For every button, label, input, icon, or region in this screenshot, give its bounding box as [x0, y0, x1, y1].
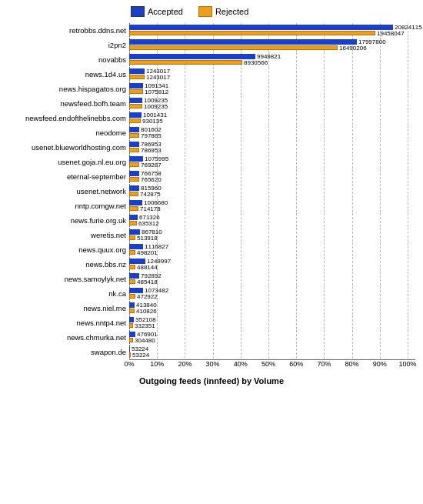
bar-area: 1799780016490206	[129, 38, 415, 52]
bar-rejected	[129, 206, 138, 211]
table-row: neodome801602797865	[8, 125, 415, 139]
bars-wrapper: 786953786953	[129, 140, 162, 154]
bars-wrapper: 801602797865	[129, 125, 162, 139]
bar-area: 1006680714178	[129, 199, 415, 212]
table-row: novabbs99498218930566	[8, 52, 415, 66]
table-row: news.nntp4.net352108332351	[8, 315, 415, 329]
rejected-value: 930135	[142, 118, 163, 125]
bar-rejected	[129, 75, 145, 79]
x-axis-tick: 70%	[317, 360, 331, 368]
bar-accepted	[129, 68, 145, 74]
x-axis-tick: 100%	[398, 360, 416, 368]
bar-accepted	[129, 288, 143, 293]
bar-accepted	[129, 273, 139, 279]
bar-area: 766758765620	[129, 169, 415, 183]
table-row: news.quux.org1116827498201	[8, 242, 415, 256]
row-label: news.furie.org.uk	[8, 216, 129, 225]
legend-rejected-label: Rejected	[215, 7, 248, 16]
bars-wrapper: 1249997488144	[129, 257, 171, 271]
table-row: swapon.de5322453224	[8, 345, 415, 359]
bar-rejected	[129, 148, 139, 152]
rejected-value: 19458047	[377, 30, 405, 37]
bar-accepted	[129, 98, 142, 103]
table-row: weretis.net867810513918	[8, 228, 415, 242]
row-label: novabbs	[8, 55, 129, 64]
bar-area: 2082411519458047	[129, 23, 422, 37]
bars-wrapper: 352108332351	[129, 315, 156, 329]
bar-accepted	[129, 332, 135, 337]
bar-accepted	[129, 112, 142, 118]
table-row: nk.ca1073482472922	[8, 286, 415, 300]
table-row: usenet.blueworldhosting.com786953786953	[8, 140, 415, 154]
rejected-value: 635312	[138, 220, 159, 227]
bar-rejected	[129, 177, 139, 182]
x-axis-tick: 60%	[289, 360, 303, 368]
bars-wrapper: 815960742875	[129, 184, 162, 198]
bar-area: 867810513918	[129, 228, 415, 242]
bar-rejected	[129, 45, 338, 50]
x-axis-tick: 80%	[345, 360, 359, 368]
bar-accepted	[129, 171, 139, 176]
legend-rejected-color	[198, 6, 212, 17]
bar-accepted	[129, 54, 255, 59]
row-label: weretis.net	[8, 231, 129, 239]
row-label: eternal-september	[8, 172, 129, 181]
bar-area: 801602797865	[129, 125, 415, 139]
bars-wrapper: 766758765620	[129, 169, 162, 183]
row-label: i2pn2	[8, 41, 129, 49]
bar-rejected	[129, 323, 133, 328]
rejected-value: 797865	[141, 132, 162, 139]
rejected-value: 513918	[137, 235, 158, 242]
rejected-value: 765620	[141, 176, 162, 183]
bars-wrapper: 867810513918	[129, 228, 162, 242]
rejected-value: 1075812	[145, 88, 168, 95]
row-label: usenet.blueworldhosting.com	[8, 143, 129, 152]
bar-rejected	[129, 352, 131, 357]
table-row: usenet.network815960742875	[8, 184, 415, 198]
legend-accepted-label: Accepted	[148, 7, 183, 16]
row-label: retrobbs.ddns.net	[8, 26, 129, 35]
table-row: news.hispagatos.org10913411075812	[8, 82, 415, 95]
rejected-value: 304480	[135, 337, 155, 344]
bar-area: 792892485418	[129, 272, 415, 285]
table-row: news.samoylyk.net792892485418	[8, 272, 415, 285]
bar-area: 10913411075812	[129, 82, 415, 95]
rejected-value: 786953	[141, 147, 162, 154]
bar-area: 1116827498201	[129, 242, 415, 256]
chart-title: Outgoing feeds (innfeed) by Volume	[8, 376, 415, 386]
bar-rejected	[129, 192, 138, 196]
bar-accepted	[129, 39, 357, 45]
row-label: news.hispagatos.org	[8, 85, 129, 93]
rejected-value: 1009235	[144, 103, 168, 110]
bar-rejected	[129, 60, 242, 65]
row-label: news.niel.me	[8, 304, 129, 312]
bar-accepted	[129, 317, 134, 322]
legend: Accepted Rejected	[8, 6, 415, 17]
table-row: nntp.comgw.net1006680714178	[8, 199, 415, 212]
bar-area: 5322453224	[129, 345, 415, 359]
bar-rejected	[129, 338, 133, 342]
bar-accepted	[129, 142, 139, 147]
bars-wrapper: 12430171243017	[129, 67, 170, 81]
row-label: neodome	[8, 129, 129, 137]
table-row: newsfeed.endofthelinebbs.com100143193013…	[8, 111, 415, 125]
bars-wrapper: 792892485418	[129, 272, 162, 285]
bar-rejected	[129, 279, 135, 284]
row-label: newsfeed.bofh.team	[8, 99, 129, 108]
bar-area: 815960742875	[129, 184, 415, 198]
bar-area: 10092351009235	[129, 96, 415, 110]
bar-rejected	[129, 133, 139, 138]
bar-accepted	[129, 259, 145, 264]
bar-area: 786953786953	[129, 140, 415, 154]
x-axis-container: 0%10%20%30%40%50%60%70%80%90%100%	[129, 359, 415, 373]
table-row: news.furie.org.uk671326635312	[8, 213, 415, 227]
bar-rejected	[129, 294, 135, 299]
bars-container: retrobbs.ddns.net2082411519458047i2pn217…	[8, 23, 415, 359]
bar-accepted	[129, 156, 143, 162]
bar-rejected	[129, 309, 135, 313]
rejected-value: 498201	[137, 249, 158, 256]
bar-accepted	[129, 302, 135, 308]
bars-wrapper: 476901304480	[129, 330, 158, 344]
row-label: news.samoylyk.net	[8, 275, 129, 283]
bar-accepted	[129, 185, 139, 191]
